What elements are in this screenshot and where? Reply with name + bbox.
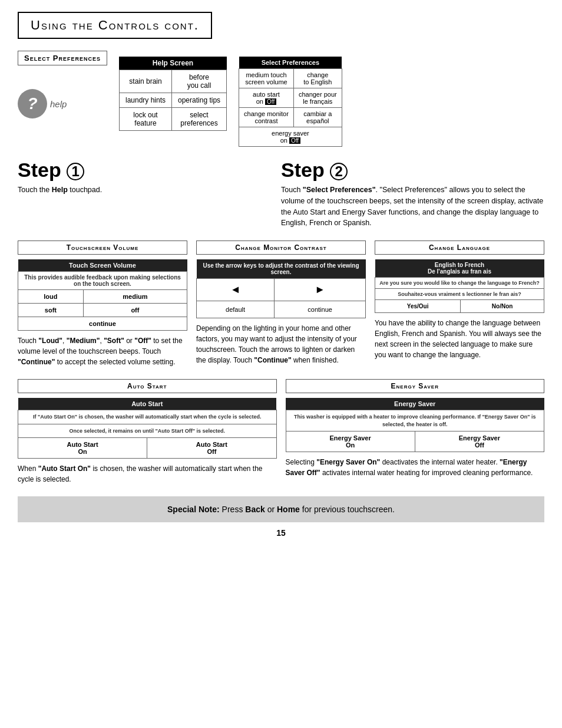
auto-desc1: If "Auto Start On" is chosen, the washer… [18,410,277,424]
sp-row2-col1: auto starton Off [239,88,294,108]
contrast-continue: continue [275,301,366,318]
touchscreen-volume-table: Touch Screen Volume This provides audibl… [18,259,187,331]
energy-saver-on: Energy SaverOn [286,431,415,452]
table-row: This provides audible feedback upon maki… [18,272,187,290]
contrast-default: default [197,301,275,318]
step2-block: Step 2 Touch "Select Preferences". "Sele… [281,159,544,229]
change-monitor-contrast-col: Change Monitor Contrast Use the arrow ke… [196,241,366,367]
tv-loud: loud [18,290,84,304]
sp-row3-col2: cambiar aespañol [293,108,342,127]
special-note-suffix: for previous touchscreen. [302,505,395,514]
step2-heading: Step 2 [281,159,544,182]
table-row: energy saveron Off [239,127,342,147]
tv-desc: This provides audible feedback upon maki… [18,272,187,290]
sp-row2-col2: changer pourle français [293,88,342,108]
contrast-table: Use the arrow keys to adjust the contras… [196,259,366,318]
energy-saver-label: Energy Saver [286,379,545,393]
tv-medium: medium [83,290,187,304]
help-icon-area: ? help [18,71,107,118]
table-row: Yes/Oui No/Non [375,300,544,313]
change-language-label: Change Language [375,241,544,255]
table-row: auto starton Off changer pourle français [239,88,342,108]
table-row: Souhaitez-vous vraiment s lectionner le … [375,289,544,300]
sp-row1-col1: medium touchscreen volume [239,69,294,88]
page-title: Using the Controls cont. [18,12,212,39]
help-label: help [50,99,67,109]
table-row: stain brain beforeyou call [119,70,226,93]
table-row: continue [18,317,187,331]
sp-row4: energy saveron Off [239,127,342,147]
special-note-home: Home [277,505,300,514]
tv-continue: continue [18,317,187,331]
select-prefs-label: Select Preferences [18,51,107,65]
energy-header: Energy Saver [286,398,544,410]
sp-row3-col1: change monitorcontrast [239,108,294,127]
contrast-arrow-right: ► [275,279,366,301]
page: Using the Controls cont. Select Preferen… [0,0,562,728]
auto-start-col: Auto Start Auto Start If "Auto Start On"… [18,379,277,485]
page-number: 15 [18,528,544,538]
help-row2-col1: laundry hints [119,93,171,108]
energy-saver-table: Energy Saver This washer is equipped wit… [286,398,545,452]
energy-saver-off: Energy SaverOff [415,431,544,452]
touchscreen-volume-col: Touchscreen Volume Touch Screen Volume T… [18,241,187,367]
auto-start-table: Auto Start If "Auto Start On" is chosen,… [18,398,277,459]
help-row1-col2: beforeyou call [172,70,227,93]
tv-soft: soft [18,304,84,317]
touchscreen-volume-label: Touchscreen Volume [18,241,187,255]
table-row: soft off [18,304,187,317]
table-row: Energy SaverOn Energy SaverOff [286,431,544,452]
auto-start-off: Auto StartOff [147,438,276,459]
tv-description: Touch "Loud", "Medium", "Soft" or "Off" … [18,335,187,367]
lang-yes: Yes/Oui [375,300,461,313]
help-question-icon: ? [18,89,47,118]
lang-desc1: Are you sure you would like to change th… [375,278,544,289]
step1-block: Step 1 Touch the Help touchpad. [18,159,281,196]
language-description: You have the ability to change the langu… [375,318,544,360]
sp-row1-col2: changeto English [293,69,342,88]
steps-row: Step 1 Touch the Help touchpad. Step 2 T… [18,159,544,229]
help-row3-col2: selectpreferences [172,108,227,131]
auto-header: Auto Start [18,398,277,410]
two-cols-section: Auto Start Auto Start If "Auto Start On"… [18,379,544,485]
tv-header: Touch Screen Volume [18,259,187,272]
lang-header1: English to FrenchDe l'anglais au fran ai… [375,259,544,278]
auto-start-description: When "Auto Start On" is chosen, the wash… [18,463,277,485]
energy-desc: This washer is equipped with a heater to… [286,410,544,431]
select-preferences-section: Select Preferences ? help Help Screen st… [18,51,544,147]
special-note-text: Press [222,505,246,514]
table-row: ◄ ► [197,279,366,301]
special-note-or: or [267,505,277,514]
auto-start-label: Auto Start [18,379,277,393]
special-note-back: Back [245,505,265,514]
lang-desc2: Souhaitez-vous vraiment s lectionner le … [375,289,544,300]
step1-desc: Touch the Help touchpad. [18,185,281,196]
table-row: loud medium [18,290,187,304]
help-row3-col1: lock outfeature [119,108,171,131]
special-note: Special Note: Press Back or Home for pre… [18,496,544,522]
contrast-description: Depending on the lighting in your home a… [196,323,366,365]
auto-start-on: Auto StartOn [18,438,147,459]
three-cols-section: Touchscreen Volume Touch Screen Volume T… [18,241,544,367]
select-prefs-header: Select Preferences [239,57,342,69]
step1-heading: Step 1 [18,159,281,182]
change-language-col: Change Language English to FrenchDe l'an… [375,241,544,367]
table-row: Auto StartOn Auto StartOff [18,438,277,459]
contrast-header: Use the arrow keys to adjust the contras… [197,259,366,279]
select-prefs-table: Select Preferences medium touchscreen vo… [239,57,342,147]
table-row: This washer is equipped with a heater to… [286,410,544,431]
help-row1-col1: stain brain [119,70,171,93]
energy-saver-description: Selecting "Energy Saver On" deactivates … [286,457,545,478]
step2-desc: Touch "Select Preferences". "Select Pref… [281,185,544,229]
table-row: If "Auto Start On" is chosen, the washer… [18,410,277,424]
auto-desc2: Once selected, it remains on until "Auto… [18,424,277,438]
table-row: change monitorcontrast cambiar aespañol [239,108,342,127]
help-screen-area: Help Screen stain brain beforeyou call l… [119,57,227,131]
table-row: Once selected, it remains on until "Auto… [18,424,277,438]
special-note-prefix: Special Note: [167,505,220,514]
step2-number-circle: 2 [330,163,348,180]
help-screen-header: Help Screen [119,57,226,70]
help-icon-group: ? help [18,89,67,118]
energy-saver-col: Energy Saver Energy Saver This washer is… [286,379,545,485]
change-monitor-contrast-label: Change Monitor Contrast [196,241,366,255]
